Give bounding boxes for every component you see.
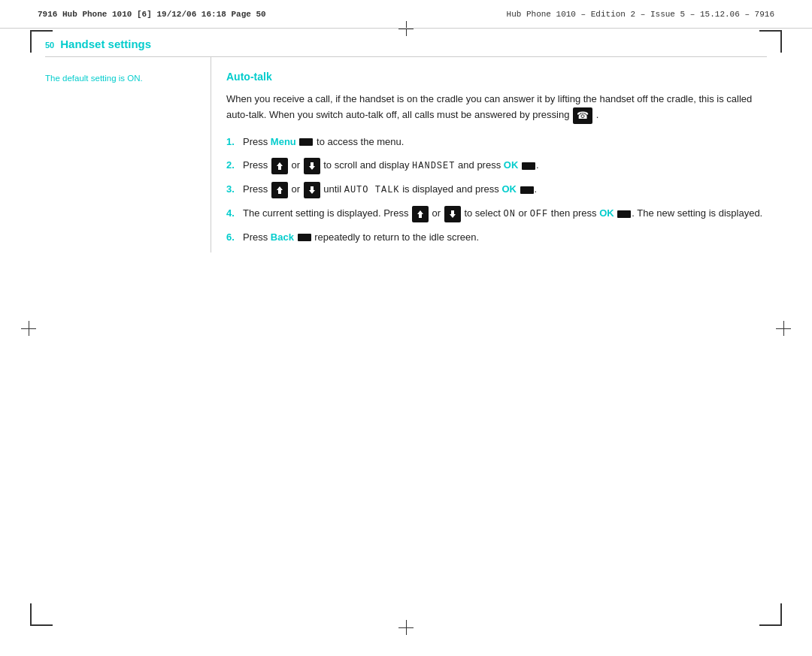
page-title-row: 50 Handset settings [45, 38, 767, 50]
step-4-off: OFF [530, 209, 549, 219]
step-3-num: 3. [226, 182, 243, 198]
nav-up-icon-2 [271, 158, 288, 174]
intro-text-content: When you receive a call, if the handset … [226, 93, 752, 120]
two-col-layout: The default setting is ON. Auto-talk Whe… [45, 57, 767, 252]
step-2-ok-keyword: OK [504, 159, 519, 171]
phone-icon [573, 107, 592, 124]
step-4-content: The current setting is displayed. Press … [243, 206, 767, 222]
step-2-mono: HANDSET [412, 161, 455, 171]
steps-list: 1. Press Menu to access the menu. 2. Pre… [226, 135, 767, 246]
step-4-num: 4. [226, 206, 243, 222]
list-item: 6. Press Back repeatedly to return to th… [226, 230, 767, 246]
step-3-mono: AUTO TALK [344, 185, 400, 195]
intro-text: When you receive a call, if the handset … [226, 92, 767, 124]
step-1-num: 1. [226, 135, 243, 150]
right-column: Auto-talk When you receive a call, if th… [211, 57, 767, 252]
step-2-content: Press or [243, 158, 767, 174]
cross-right [776, 321, 791, 336]
step-6-back-keyword: Back [271, 231, 294, 243]
nav-down-icon-4 [444, 206, 461, 222]
soft-key-icon-6 [298, 234, 311, 241]
cross-bottom [398, 620, 414, 635]
list-item: 1. Press Menu to access the menu. [226, 135, 767, 150]
auto-talk-title: Auto-talk [226, 71, 767, 83]
intro-period: . [596, 109, 599, 120]
nav-up-icon-3 [271, 182, 288, 198]
nav-down-icon-2 [304, 158, 320, 174]
soft-key-icon-1 [299, 138, 313, 146]
nav-up-icon-4 [412, 206, 429, 222]
header-left-text: 7916 Hub Phone 1010 [6] 19/12/06 16:18 P… [38, 10, 266, 19]
page-number: 50 [45, 41, 54, 50]
step-1-content: Press Menu to access the menu. [243, 135, 767, 150]
header-center-text: Hub Phone 1010 – Edition 2 – Issue 5 – 1… [507, 10, 774, 19]
step-6-num: 6. [226, 230, 243, 246]
left-note: The default setting is ON. [45, 72, 195, 85]
list-item: 3. Press or [226, 182, 767, 198]
step-6-content: Press Back repeatedly to return to the i… [243, 230, 767, 246]
header-bar: 7916 Hub Phone 1010 [6] 19/12/06 16:18 P… [0, 0, 812, 29]
soft-key-icon-4 [617, 210, 631, 218]
step-1-menu-keyword: Menu [271, 136, 296, 147]
step-4-on: ON [503, 209, 515, 219]
left-column: The default setting is ON. [45, 57, 211, 252]
nav-down-icon-3 [304, 182, 320, 198]
section-title: Handset settings [60, 38, 151, 50]
main-content: 50 Handset settings The default setting … [45, 38, 767, 611]
cross-left [21, 321, 36, 336]
step-4-ok-keyword: OK [599, 207, 614, 219]
soft-key-icon-2 [522, 162, 535, 170]
soft-key-icon-3 [520, 186, 534, 194]
step-2-num: 2. [226, 158, 243, 174]
list-item: 2. Press or [226, 158, 767, 174]
step-3-ok-keyword: OK [501, 183, 517, 195]
step-3-content: Press or [243, 182, 767, 198]
list-item: 4. The current setting is displayed. Pre… [226, 206, 767, 222]
